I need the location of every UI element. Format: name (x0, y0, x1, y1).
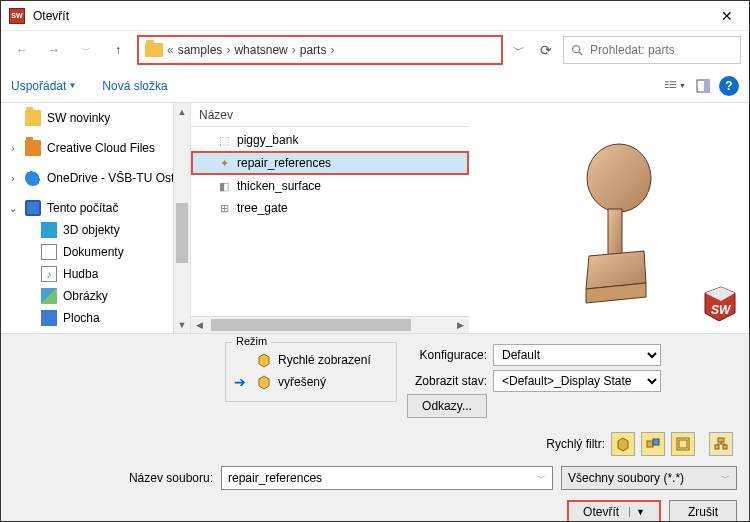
config-select[interactable]: Default (493, 344, 661, 366)
chevron-right-icon[interactable]: › (7, 143, 19, 154)
file-list: Název ⬚piggy_bank ✦repair_references ◧th… (191, 103, 469, 333)
location-dropdown-icon[interactable]: ﹀ (509, 42, 529, 59)
chevron-down-icon[interactable]: ﹀ (537, 472, 546, 485)
sidebar-item-onedrive[interactable]: ›OneDrive - VŠB-TU Ost (1, 167, 190, 189)
cloud-icon (25, 170, 41, 186)
svg-rect-20 (647, 441, 653, 447)
chevron-right-icon: › (292, 43, 296, 57)
cancel-button[interactable]: Zrušit (669, 500, 737, 522)
displaystate-select[interactable]: <Default>_Display State (493, 370, 661, 392)
svg-rect-2 (665, 81, 669, 82)
svg-rect-25 (715, 445, 719, 449)
preview-pane: SW (469, 103, 749, 333)
sidebar-item-music[interactable]: ♪Hudba (1, 263, 190, 285)
cube-icon (256, 352, 272, 368)
history-dropdown-icon[interactable]: ﹀ (73, 37, 99, 63)
pc-icon (25, 200, 41, 216)
svg-marker-18 (259, 376, 269, 389)
breadcrumb-overflow[interactable]: « (167, 43, 174, 57)
svg-rect-26 (723, 445, 727, 449)
scroll-left-icon[interactable]: ◀ (191, 317, 208, 333)
open-button[interactable]: Otevřít▼ (567, 500, 661, 522)
filename-input[interactable]: repair_references﹀ (221, 466, 553, 490)
scroll-right-icon[interactable]: ▶ (452, 317, 469, 333)
search-input[interactable]: Prohledat: parts (563, 36, 741, 64)
back-button[interactable]: ← (9, 37, 35, 63)
preview-pane-button[interactable] (691, 75, 715, 97)
svg-rect-23 (679, 440, 687, 448)
solidworks-logo-icon: SW (699, 283, 739, 323)
filter-toplevel-button[interactable] (709, 432, 733, 456)
mode-resolved[interactable]: ➔vyřešený (234, 371, 388, 393)
file-row[interactable]: ⊞tree_gate (191, 197, 469, 219)
sidebar-item-pictures[interactable]: Obrázky (1, 285, 190, 307)
sidebar-item-desktop[interactable]: Plocha (1, 307, 190, 329)
folder-icon (25, 110, 41, 126)
scroll-down-icon[interactable]: ▼ (174, 316, 190, 333)
svg-rect-7 (670, 86, 677, 87)
chevron-right-icon: › (330, 43, 334, 57)
svg-rect-21 (653, 439, 659, 445)
up-button[interactable]: ↑ (105, 37, 131, 63)
scroll-thumb[interactable] (176, 203, 188, 263)
filter-assemblies-button[interactable] (641, 432, 665, 456)
filelist-scrollbar[interactable]: ◀ ▶ (191, 316, 469, 333)
app-icon: SW (9, 8, 25, 24)
sidebar-item-3dobjects[interactable]: 3D objekty (1, 219, 190, 241)
scroll-thumb[interactable] (211, 319, 411, 331)
window-title: Otevřít (33, 9, 713, 23)
chevron-right-icon: › (226, 43, 230, 57)
file-row[interactable]: ⬚piggy_bank (191, 129, 469, 151)
svg-rect-9 (704, 80, 709, 92)
filter-drawings-button[interactable] (671, 432, 695, 456)
svg-rect-5 (670, 81, 677, 82)
svg-text:SW: SW (711, 303, 732, 317)
file-row[interactable]: ◧thicken_surface (191, 175, 469, 197)
objects-icon (41, 222, 57, 238)
filetype-select[interactable]: Všechny soubory (*.*)﹀ (561, 466, 737, 490)
new-folder-button[interactable]: Nová složka (102, 79, 167, 93)
sidebar-item-thispc[interactable]: ⌄Tento počítač (1, 197, 190, 219)
close-icon[interactable]: ✕ (713, 8, 741, 24)
breadcrumb-parts[interactable]: parts (300, 43, 327, 57)
view-list-button[interactable]: ▼ (663, 75, 687, 97)
breadcrumb[interactable]: « samples › whatsnew › parts › (137, 35, 503, 65)
part-icon: ✦ (217, 156, 231, 170)
folder-icon (145, 43, 163, 57)
references-button[interactable]: Odkazy... (407, 394, 487, 418)
filename-label: Název souboru: (13, 471, 213, 485)
filter-parts-button[interactable] (611, 432, 635, 456)
part-icon: ◧ (217, 179, 231, 193)
chevron-down-icon[interactable]: ﹀ (721, 472, 730, 485)
arrow-right-icon: ➔ (234, 374, 250, 390)
preview-thumbnail (534, 123, 684, 313)
open-split-icon[interactable]: ▼ (629, 507, 645, 517)
scroll-up-icon[interactable]: ▲ (174, 103, 190, 120)
sidebar-scrollbar[interactable]: ▲ ▼ (173, 103, 190, 333)
desktop-icon (41, 310, 57, 326)
search-icon (570, 43, 584, 57)
part-icon: ⬚ (217, 133, 231, 147)
sidebar-item-creativecloud[interactable]: ›Creative Cloud Files (1, 137, 190, 159)
svg-rect-3 (665, 84, 669, 85)
sidebar-item-swnovinky[interactable]: SW novinky (1, 107, 190, 129)
file-row-selected[interactable]: ✦repair_references (191, 151, 469, 175)
refresh-button[interactable]: ⟳ (535, 39, 557, 61)
organize-button[interactable]: Uspořádat ▼ (11, 79, 76, 93)
chevron-down-icon: ▼ (68, 81, 76, 90)
help-button[interactable]: ? (719, 76, 739, 96)
mode-legend: Režim (232, 335, 271, 347)
document-icon (41, 244, 57, 260)
svg-rect-6 (670, 84, 677, 85)
column-header-name[interactable]: Název (191, 103, 469, 127)
chevron-down-icon[interactable]: ⌄ (7, 203, 19, 214)
breadcrumb-whatsnew[interactable]: whatsnew (234, 43, 287, 57)
chevron-right-icon[interactable]: › (7, 173, 19, 184)
breadcrumb-samples[interactable]: samples (178, 43, 223, 57)
sidebar-item-documents[interactable]: Dokumenty (1, 241, 190, 263)
displaystate-label: Zobrazit stav: (405, 374, 487, 388)
mode-group: Režim Rychlé zobrazení ➔vyřešený (225, 342, 397, 402)
mode-quickview[interactable]: Rychlé zobrazení (234, 349, 388, 371)
svg-line-1 (579, 52, 583, 56)
forward-button[interactable]: → (41, 37, 67, 63)
